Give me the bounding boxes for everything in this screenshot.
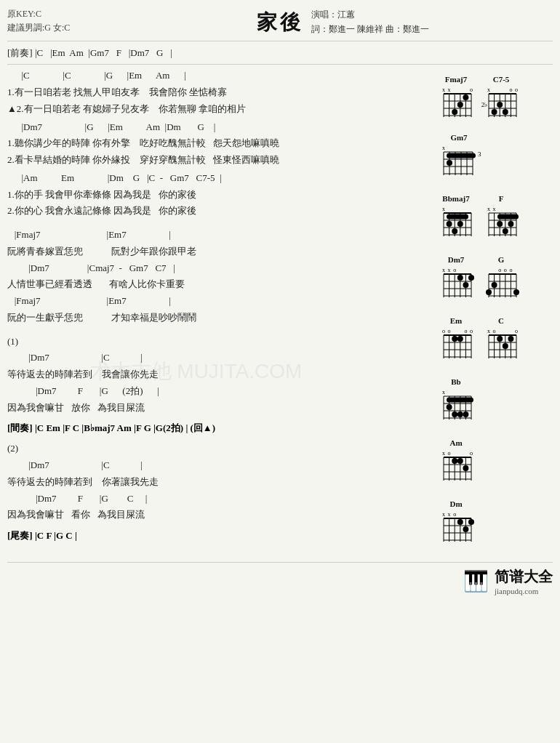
chord-bb: Bb x <box>436 377 476 428</box>
verse1-block: |C |C |G |Em Am | 1.有一日咱若老 找無人甲咱友孝 我會陪你 … <box>7 68 431 117</box>
svg-point-13 <box>452 109 457 115</box>
chord-em-svg: o o o o <box>436 326 476 367</box>
chord-fmaj7: Fmaj7 <box>436 75 476 123</box>
svg-text:o: o <box>515 87 518 93</box>
verse1-chord-line: |C |C |G |Em Am | <box>7 68 431 84</box>
intro-divider <box>7 64 553 65</box>
chord-fmaj7-svg: x x o <box>436 85 476 123</box>
svg-rect-153 <box>447 398 473 403</box>
section2-chord1: |Dm7 |C | <box>7 457 431 474</box>
svg-text:x: x <box>487 87 490 93</box>
chord-row-4: Dm7 x x o <box>436 255 553 306</box>
chord-row-3: Bbmaj7 x <box>436 194 553 245</box>
svg-text:o: o <box>448 450 451 457</box>
svg-text:x: x <box>448 267 451 273</box>
svg-text:x: x <box>442 267 445 273</box>
svg-point-76 <box>503 228 508 234</box>
verse3-block: |Am Em |Dm G |C - Gm7 C7-5 | 1.你的手 我會甲你牽… <box>7 170 431 220</box>
section1-chord2: |Dm7 F |G (2拍) | <box>7 383 431 400</box>
chorus-chord2: |Dm7 |Cmaj7 - Gm7 C7 | <box>7 260 431 277</box>
section2-chord2: |Dm7 F |G C | <box>7 491 431 507</box>
svg-point-125 <box>457 336 463 342</box>
section1-block: (1) |Dm7 |C | 等待返去的時陣若到 我會讓你先走 |Dm7 F |G… <box>7 334 431 417</box>
chord-row-8: Dm x x o <box>436 499 553 550</box>
lyricist: 詞：鄭進一 陳維祥 曲：鄭進一 <box>311 22 429 36</box>
outro-line: [尾奏] |C F |G C | <box>7 529 431 542</box>
section1-lyric1: 等待返去的時陣若到 我會讓你先走 <box>7 366 431 383</box>
verse2-block: |Dm7 |G |Em Am |Dm G | 1.聽你講少年的時陣 你有外擎 吃… <box>7 119 431 169</box>
section1-label: (1) <box>7 334 431 350</box>
svg-point-156 <box>457 411 463 417</box>
svg-text:o: o <box>504 267 507 273</box>
svg-point-155 <box>452 411 457 417</box>
chord-gm7-svg: 3 x <box>436 143 481 184</box>
svg-point-61 <box>457 221 463 227</box>
chord-dm7-svg: x x o <box>436 265 476 306</box>
svg-point-188 <box>463 526 468 532</box>
svg-text:o: o <box>493 328 496 334</box>
chord-am: Am x o o <box>436 438 476 489</box>
chord-row-6: Bb x <box>436 377 553 428</box>
main-content: 术木吉他 MUJITA.COM |C |C |G |Em Am | 1.有一日咱… <box>7 68 553 555</box>
chord-dm: Dm x x o <box>436 499 476 550</box>
svg-text:x: x <box>448 87 451 93</box>
svg-point-139 <box>497 336 503 342</box>
piano-icon: 🎹 <box>463 569 489 593</box>
svg-point-140 <box>503 343 508 349</box>
chorus-lyric2: 人情世事已經看透透 有啥人比你卡重要 <box>7 276 431 293</box>
section1-chord1: |Dm7 |C | <box>7 350 431 366</box>
svg-point-157 <box>463 411 468 417</box>
header-right: 演唱：江蕙 詞：鄭進一 陳維祥 曲：鄭進一 <box>311 7 429 37</box>
song-title: 家後 <box>257 7 303 36</box>
chord-f: F x x <box>481 194 521 245</box>
chorus-block: |Fmaj7 |Em7 | 阮將青春嫁置恁兜 阮對少年跟你跟甲老 |Dm7 |C… <box>7 227 431 326</box>
svg-point-107 <box>486 289 492 295</box>
chord-row-5: Em o o o o <box>436 316 553 367</box>
verse1-lyric2: ▲2.有一日咱若老 有媳婦子兒友孝 你若無聊 拿咱的相片 <box>7 101 431 118</box>
svg-text:x: x <box>487 328 490 334</box>
suggested-key: 建議男調:G 女:C <box>7 21 70 35</box>
chorus-chord1: |Fmaj7 |Em7 | <box>7 227 431 244</box>
verse2-lyric1: 1.聽你講少年的時陣 你有外擎 吃好吃醜無計較 怨天怨地嘛嗔曉 <box>7 135 431 152</box>
svg-point-92 <box>463 282 468 288</box>
chord-gm7: Gm7 3 x <box>436 133 481 184</box>
svg-point-93 <box>468 275 474 281</box>
intro-section: [前奏] |C |Em Am |Gm7 F |Dm7 G | <box>7 44 553 61</box>
svg-text:o: o <box>464 328 467 334</box>
header: 原KEY:C 建議男調:G 女:C 家後 演唱：江蕙 詞：鄭進一 陳維祥 曲：鄭… <box>7 7 553 36</box>
verse1-lyric1: 1.有一日咱若老 找無人甲咱友孝 我會陪你 坐惦椅寡 <box>7 84 431 101</box>
svg-text:o: o <box>470 450 473 457</box>
svg-point-172 <box>457 458 463 464</box>
svg-text:x: x <box>448 511 451 518</box>
svg-point-187 <box>457 519 463 525</box>
footer-text: 简谱大全 jianpudq.com <box>495 567 553 595</box>
chord-c-svg: x o o <box>481 326 521 367</box>
chord-row-1: Fmaj7 <box>436 75 553 123</box>
chords-sidebar: Fmaj7 <box>436 68 553 555</box>
svg-point-15 <box>463 95 468 100</box>
section2-lyric2: 因為我會嘛甘 看你 為我目屎流 <box>7 507 431 523</box>
chord-row-7: Am x o o <box>436 438 553 489</box>
chord-g-svg: o o o <box>481 265 521 306</box>
svg-text:x: x <box>442 450 445 457</box>
chord-c7-5-svg: x o o 2♭ <box>481 85 521 123</box>
performer: 演唱：江蕙 <box>311 7 429 22</box>
svg-text:x: x <box>442 206 445 212</box>
svg-rect-58 <box>447 214 468 220</box>
chord-row-2: Gm7 3 x <box>436 133 553 184</box>
original-key: 原KEY:C <box>7 7 70 21</box>
svg-text:o: o <box>470 87 473 93</box>
svg-point-171 <box>452 458 457 464</box>
svg-text:3: 3 <box>478 150 481 158</box>
chord-g: G o o o <box>481 255 521 306</box>
verse3-chord-line: |Am Em |Dm G |C - Gm7 C7-5 | <box>7 170 431 187</box>
chorus-lyric3: 阮的一生獻乎恁兜 才知幸福是吵吵鬧鬧 <box>7 310 431 326</box>
svg-text:x: x <box>442 511 445 518</box>
svg-text:o: o <box>470 328 473 334</box>
interlude-line: [間奏] |C Em |F C |B♭maj7 Am |F G |G(2拍) |… <box>7 422 431 435</box>
svg-point-46 <box>447 160 452 166</box>
verse2-chord-line: |Dm7 |G |Em Am |Dm G | <box>7 119 431 136</box>
chord-em: Em o o o o <box>436 316 476 367</box>
footer-url: jianpudq.com <box>495 587 538 595</box>
svg-point-173 <box>463 465 468 471</box>
